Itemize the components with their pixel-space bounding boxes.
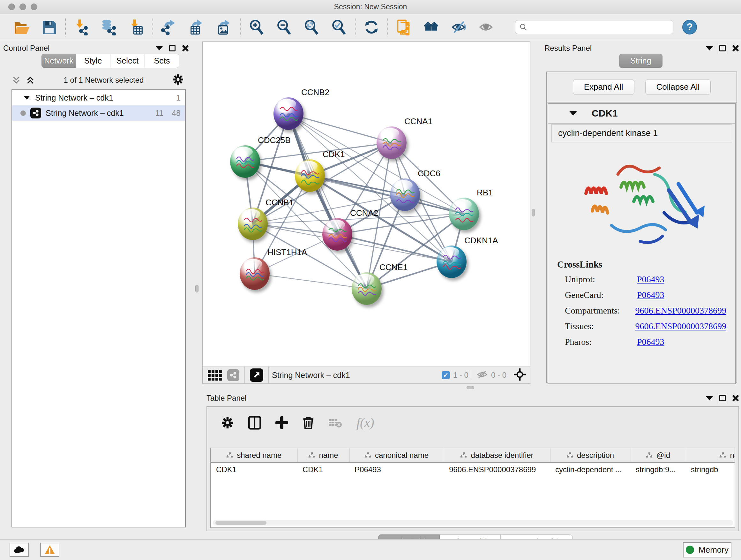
edge-CCNB2-CCNE1[interactable] (288, 114, 367, 289)
table-cell[interactable]: cyclin-dependent ... (550, 462, 630, 476)
node-CCNA2[interactable] (322, 218, 352, 251)
expand-all-button[interactable]: Expand All (573, 79, 634, 95)
table-cell[interactable]: stringdb:9... (630, 462, 686, 476)
crosslink-link[interactable]: 9606.ENSP00000378699 (635, 306, 726, 316)
close-panel-icon[interactable] (732, 395, 739, 401)
table-horizontal-scrollbar[interactable] (213, 520, 733, 525)
node-CDC25B[interactable] (230, 145, 260, 178)
zoom-in-icon[interactable] (248, 18, 266, 36)
node-CCNA1[interactable] (377, 126, 407, 159)
maximize-window-button[interactable] (30, 3, 37, 10)
node-CDKN1A[interactable] (436, 246, 467, 278)
node-CDC6[interactable] (390, 179, 420, 211)
panel-menu-icon[interactable] (156, 46, 163, 51)
table-cell[interactable]: CDK1 (297, 462, 349, 476)
gene-section-header[interactable]: CDK1 (548, 104, 735, 124)
column-header-database-identifier[interactable]: database identifier (444, 448, 550, 462)
close-panel-icon[interactable] (732, 45, 739, 52)
collapse-all-button[interactable]: Collapse All (645, 79, 711, 95)
node-RB1[interactable] (449, 198, 479, 230)
table-cell[interactable]: 9606.ENSP00000378699 (444, 462, 550, 476)
node-CCNB1[interactable] (238, 207, 268, 240)
search-box[interactable] (515, 20, 673, 34)
search-input[interactable] (530, 23, 667, 31)
tab-string[interactable]: String (619, 54, 663, 68)
zoom-fit-icon[interactable] (302, 18, 320, 36)
save-session-icon[interactable] (40, 18, 58, 36)
birds-eye-view-icon[interactable] (250, 368, 263, 382)
table-options-gear-icon[interactable] (221, 416, 234, 429)
warnings-button[interactable] (40, 543, 59, 557)
column-header-description[interactable]: description (550, 448, 630, 462)
table-row[interactable]: CDK1CDK1P064939606.ENSP00000378699cyclin… (211, 462, 735, 476)
table-cell[interactable]: CDK1 (211, 462, 297, 476)
refresh-layout-icon[interactable] (362, 18, 381, 36)
column-header-namespace[interactable]: namespace (686, 448, 735, 462)
delete-column-trash-icon[interactable] (302, 416, 314, 430)
cloud-status-button[interactable] (10, 543, 29, 557)
create-column-plus-icon[interactable] (275, 416, 288, 429)
crosslink-link[interactable]: 9606.ENSP00000378699 (635, 321, 726, 331)
string-document-icon[interactable] (395, 18, 413, 36)
open-file-icon[interactable] (13, 18, 30, 36)
column-header-name[interactable]: name (297, 448, 349, 462)
node-CDK1[interactable] (295, 159, 325, 192)
memory-button[interactable]: Memory (683, 542, 731, 557)
zoom-selected-icon[interactable] (330, 18, 348, 36)
crosslink-link[interactable]: P06493 (637, 290, 664, 300)
export-image-icon[interactable] (215, 18, 233, 36)
function-builder-icon[interactable]: f(x) (356, 415, 374, 430)
fit-content-crosshair-icon[interactable] (514, 368, 526, 382)
tab-select[interactable]: Select (111, 54, 145, 68)
close-panel-icon[interactable] (182, 45, 189, 52)
collection-expand-icon[interactable] (23, 96, 30, 100)
export-network-icon[interactable] (160, 18, 178, 36)
node-table[interactable]: shared name name canonical name database… (210, 448, 735, 528)
tab-network[interactable]: Network (42, 54, 76, 68)
float-panel-icon[interactable] (719, 45, 726, 51)
panel-menu-icon[interactable] (706, 396, 713, 400)
crosslink-link[interactable]: P06493 (637, 337, 664, 347)
network-canvas[interactable]: CCNB2CCNA1CDC25BCDK1CDC6RB1CCNB1CCNA2CDK… (203, 42, 530, 367)
zoom-out-icon[interactable] (275, 18, 293, 36)
float-panel-icon[interactable] (169, 45, 176, 51)
show-columns-icon[interactable] (248, 416, 261, 430)
selected-nodes-checkbox[interactable]: ✓ (442, 371, 450, 379)
horizontal-splitter-handle[interactable] (467, 386, 474, 389)
show-all-eye-icon[interactable] (477, 18, 495, 36)
edge-CCNA2-CDKN1A[interactable] (337, 234, 452, 262)
show-grid-icon[interactable] (208, 370, 222, 381)
float-panel-icon[interactable] (719, 395, 726, 401)
node-HIST1H1A[interactable] (240, 257, 270, 290)
scrollbar-thumb[interactable] (215, 521, 266, 525)
expand-all-networks-icon[interactable] (25, 75, 35, 85)
collapse-all-networks-icon[interactable] (11, 75, 21, 85)
left-splitter-handle[interactable] (195, 285, 199, 293)
right-splitter-handle[interactable] (532, 209, 535, 216)
close-window-button[interactable] (8, 3, 15, 10)
column-header-shared-name[interactable]: shared name (211, 448, 297, 462)
homes-icon[interactable] (422, 18, 441, 36)
table-cell[interactable]: P06493 (349, 462, 444, 476)
edge-HIST1H1A-CCNE1[interactable] (255, 273, 367, 289)
hidden-eye-icon[interactable] (476, 370, 488, 381)
crosslink-link[interactable]: P06493 (637, 274, 664, 285)
delete-table-icon[interactable] (328, 417, 342, 428)
import-network-database-icon[interactable] (100, 18, 118, 36)
tab-sets[interactable]: Sets (145, 54, 179, 68)
import-table-file-icon[interactable] (128, 18, 145, 36)
help-button[interactable]: ? (682, 20, 697, 35)
table-cell[interactable]: stringdb (686, 462, 735, 476)
column-header-canonical-name[interactable]: canonical name (349, 448, 444, 462)
hide-selected-eye-icon[interactable] (450, 18, 468, 36)
network-thumbnail-icon[interactable] (227, 369, 239, 381)
node-CCNB2[interactable] (273, 98, 304, 130)
gene-expand-icon[interactable] (569, 111, 577, 116)
node-CCNE1[interactable] (352, 272, 382, 305)
network-collection-row[interactable]: String Network – cdk1 1 (12, 90, 185, 105)
column-header-id[interactable]: @id (630, 448, 686, 462)
network-row[interactable]: String Network – cdk1 11 48 (12, 105, 185, 121)
tab-style[interactable]: Style (76, 54, 111, 68)
network-options-gear-icon[interactable] (172, 74, 184, 86)
minimize-window-button[interactable] (19, 3, 26, 10)
